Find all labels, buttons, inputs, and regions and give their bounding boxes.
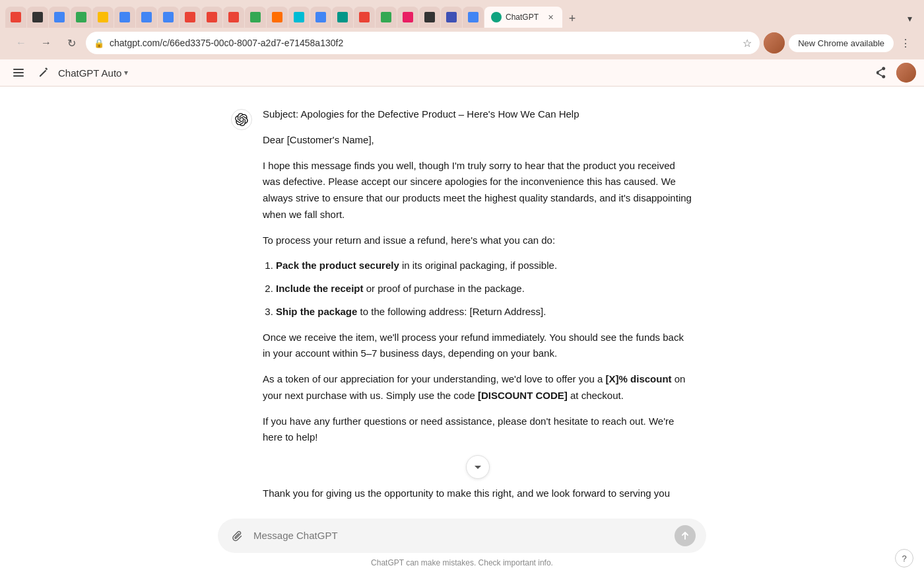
scroll-down-button[interactable] (466, 455, 490, 479)
tab-favicon (98, 12, 108, 22)
tab-sheets2[interactable] (376, 7, 397, 28)
email-para6: Thank you for giving us the opportunity … (263, 486, 693, 502)
tab-favicon (54, 12, 65, 22)
list-item-3-bold: Ship the package (276, 306, 357, 317)
email-para4-end: at checkout. (568, 390, 624, 401)
tab-docs4[interactable] (463, 7, 484, 28)
tab-ext8[interactable] (419, 7, 440, 28)
share-button[interactable] (870, 62, 891, 83)
tab-favicon (250, 12, 261, 22)
new-chrome-menu-icon[interactable]: ⋮ (898, 34, 913, 52)
chatgpt-icon (231, 109, 252, 130)
tab-favicon (76, 12, 86, 22)
tab-pin1[interactable] (201, 7, 222, 28)
email-para5: If you have any further questions or nee… (263, 414, 693, 447)
email-steps-list: Pack the product securely in its origina… (276, 258, 693, 320)
help-button[interactable]: ? (895, 549, 913, 567)
app-name-chevron-icon: ▾ (124, 68, 128, 77)
tab-sheets1[interactable] (71, 7, 92, 28)
email-para4-prefix: As a token of our appreciation for your … (263, 373, 606, 384)
url-text: chatgpt.com/c/66ed3375-00c0-8007-a2d7-e7… (110, 38, 737, 48)
send-button[interactable] (675, 525, 696, 546)
email-para4-bold: [X]% discount (606, 373, 672, 384)
tab-gmail2[interactable] (354, 7, 375, 28)
address-bar[interactable]: 🔒 chatgpt.com/c/66ed3375-00c0-8007-a2d7-… (86, 32, 760, 54)
app-name-label[interactable]: ChatGPT Auto ▾ (58, 67, 128, 79)
chatgpt-logo (231, 109, 252, 130)
user-avatar (764, 32, 785, 54)
email-greeting: Dear [Customer's Name], (263, 132, 693, 149)
tab-favicon (381, 12, 391, 22)
tab-favicon (315, 12, 326, 22)
assistant-message: Subject: Apologies for the Defective Pro… (231, 106, 693, 502)
tab-favicon (468, 12, 478, 22)
toolbar-profile-button[interactable] (896, 63, 916, 83)
toolbar-right (870, 62, 916, 83)
footer-disclaimer: ChatGPT can make mistakes. Check importa… (371, 558, 553, 567)
new-chrome-button[interactable]: New Chrome available (789, 34, 894, 52)
tab-title-chatgpt: ChatGPT (506, 13, 539, 22)
list-item-2-bold: Include the receipt (276, 283, 364, 294)
list-item-2-rest: or proof of purchase in the package. (364, 283, 525, 294)
toolbar-user-avatar (896, 63, 916, 83)
tab-ext9[interactable] (441, 7, 462, 28)
tab-favicon (446, 12, 457, 22)
tabs-right-controls: ▾ (900, 9, 919, 28)
email-para1: I hope this message finds you well, thou… (263, 158, 693, 223)
tab-favicon (228, 12, 239, 22)
tab-calendar[interactable] (136, 7, 157, 28)
bookmark-star-icon[interactable]: ☆ (742, 37, 752, 50)
tab-insta[interactable] (397, 7, 418, 28)
email-para4-code: [DISCOUNT CODE] (478, 390, 568, 401)
tab-ext5[interactable] (288, 7, 310, 28)
svg-rect-1 (13, 72, 24, 73)
compose-button[interactable] (34, 63, 53, 82)
profile-button[interactable] (764, 32, 785, 54)
forward-button[interactable]: → (36, 32, 57, 54)
tab-ext4[interactable] (267, 7, 288, 28)
chat-area: Subject: Apologies for the Defective Pro… (218, 87, 706, 571)
email-para4: As a token of our appreciation for your … (263, 371, 693, 404)
svg-rect-2 (13, 75, 24, 77)
tab-docs2[interactable] (114, 7, 135, 28)
tab-favicon (32, 12, 43, 22)
tab-pin2[interactable] (223, 7, 244, 28)
tab-drive1[interactable] (92, 7, 114, 28)
tab-favicon (141, 12, 152, 22)
list-item-1-rest: in its original packaging, if possible. (399, 260, 557, 271)
reload-button[interactable]: ↻ (61, 32, 82, 54)
tab-docs3[interactable] (158, 7, 179, 28)
address-bar-row: ← → ↻ 🔒 chatgpt.com/c/66ed3375-00c0-8007… (5, 28, 919, 59)
help-label: ? (902, 554, 906, 563)
tab-close-btn[interactable]: ✕ (545, 12, 556, 22)
email-para2: To process your return and issue a refun… (263, 233, 693, 249)
tab-list-button[interactable]: ▾ (900, 9, 919, 28)
main-content: Subject: Apologies for the Defective Pro… (0, 87, 924, 578)
sidebar-toggle-button[interactable] (8, 62, 29, 83)
tab-favicon (403, 12, 413, 22)
list-item-2: Include the receipt or proof of purchase… (276, 281, 693, 297)
tab-ext1[interactable] (27, 7, 48, 28)
tab-favicon (359, 12, 370, 22)
back-button[interactable]: ← (11, 32, 32, 54)
message-input-field[interactable] (253, 530, 668, 542)
input-area: ChatGPT can make mistakes. Check importa… (0, 513, 924, 578)
tab-favicon (119, 12, 130, 22)
tab-chatgpt-active[interactable]: ChatGPT ✕ (484, 7, 562, 28)
tab-favicon (337, 12, 348, 22)
list-item-1: Pack the product securely in its origina… (276, 258, 693, 274)
attach-button[interactable] (228, 526, 247, 545)
tab-gmail1[interactable] (5, 7, 26, 28)
tab-ext6[interactable] (310, 7, 331, 28)
tab-ext7[interactable] (332, 7, 353, 28)
scroll-down-container (263, 455, 693, 479)
tab-docs1[interactable] (49, 7, 70, 28)
list-item-1-bold: Pack the product securely (276, 260, 399, 271)
tab-ext3[interactable] (245, 7, 266, 28)
tab-ext2[interactable] (180, 7, 201, 28)
message-text-content: Subject: Apologies for the Defective Pro… (263, 106, 693, 502)
new-chrome-label: New Chrome available (798, 38, 884, 48)
chatgpt-toolbar: ChatGPT Auto ▾ (0, 59, 924, 87)
new-tab-button[interactable]: + (563, 9, 581, 28)
tab-bar: ChatGPT ✕ + ▾ (5, 4, 919, 28)
